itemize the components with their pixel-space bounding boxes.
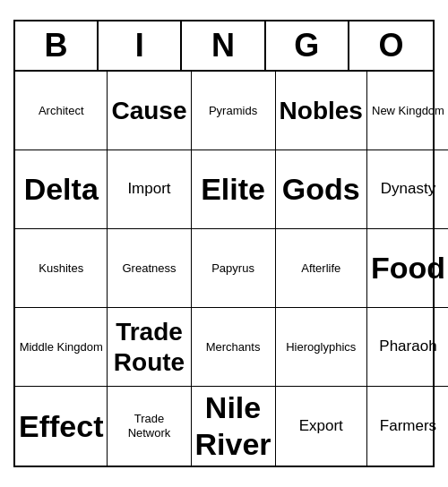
bingo-letter-o: O [349,21,433,70]
bingo-cell-23: Export [276,387,367,466]
bingo-cell-8: Gods [276,150,367,229]
bingo-cell-16: Trade Route [108,308,191,387]
bingo-cell-15: Middle Kingdom [15,308,108,387]
bingo-cell-5: Delta [15,150,108,229]
bingo-cell-17: Merchants [192,308,276,387]
bingo-cell-11: Greatness [108,229,191,308]
bingo-letter-b: B [15,21,99,70]
bingo-cell-3: Nobles [276,72,367,150]
bingo-cell-24: Farmers [367,387,448,466]
bingo-card: BINGO ArchitectCausePyramidsNoblesNew Ki… [13,20,435,467]
bingo-letter-g: G [266,21,349,70]
bingo-letter-n: N [182,21,265,70]
bingo-cell-22: Nile River [192,387,276,466]
bingo-cell-7: Elite [192,150,276,229]
bingo-cell-14: Food [367,229,448,308]
bingo-cell-6: Import [108,150,191,229]
bingo-cell-20: Effect [15,387,108,466]
bingo-cell-9: Dynasty [367,150,448,229]
bingo-cell-12: Papyrus [192,229,276,308]
bingo-cell-2: Pyramids [192,72,276,150]
bingo-cell-21: Trade Network [108,387,191,466]
bingo-cell-10: Kushites [15,229,108,308]
bingo-cell-18: Hieroglyphics [276,308,367,387]
bingo-header: BINGO [15,21,433,72]
bingo-cell-1: Cause [108,72,191,150]
bingo-cell-13: Afterlife [276,229,367,308]
bingo-cell-4: New Kingdom [367,72,448,150]
bingo-cell-0: Architect [15,72,108,150]
bingo-grid: ArchitectCausePyramidsNoblesNew KingdomD… [15,72,433,466]
bingo-cell-19: Pharaoh [367,308,448,387]
bingo-letter-i: I [99,21,182,70]
